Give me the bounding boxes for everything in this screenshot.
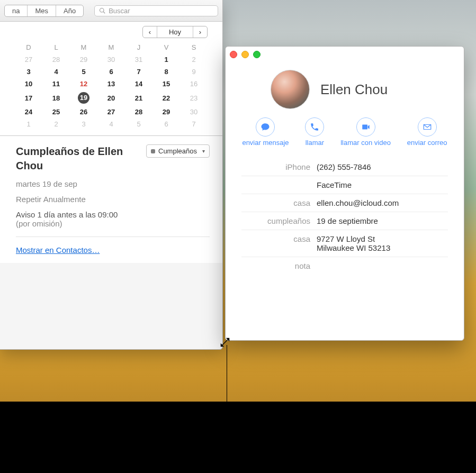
day-header: S <box>180 41 208 53</box>
calendar-selector[interactable]: Cumpleaños ▾ <box>146 144 210 158</box>
message-icon <box>261 122 270 132</box>
calendar-day[interactable]: 3 <box>70 118 97 130</box>
calendar-day[interactable]: 23 <box>180 90 208 106</box>
contact-details: iPhone (262) 555-7846 FaceTime casa elle… <box>226 153 464 275</box>
calendar-day[interactable]: 4 <box>42 66 70 78</box>
calendar-day[interactable]: 1 <box>152 53 180 66</box>
calendar-day[interactable]: 28 <box>125 106 152 118</box>
calendar-day[interactable]: 17 <box>15 90 42 106</box>
calendar-toolbar: na Mes Año Buscar <box>0 0 222 22</box>
calendar-day[interactable]: 9 <box>180 66 208 78</box>
contact-header: Ellen Chou <box>226 60 464 114</box>
event-repeat[interactable]: Repetir Anualmente <box>16 195 210 204</box>
divider <box>16 236 210 237</box>
caption-bar <box>0 402 476 473</box>
calendar-day[interactable]: 31 <box>125 53 152 66</box>
calendar-day[interactable]: 30 <box>180 106 208 118</box>
calendar-day[interactable]: 7 <box>180 118 208 130</box>
calendar-day[interactable]: 5 <box>125 118 152 130</box>
calendar-day[interactable]: 26 <box>70 106 97 118</box>
prev-month-button[interactable]: ‹ <box>143 26 157 38</box>
today-button[interactable]: Hoy <box>157 26 193 38</box>
calendar-day[interactable]: 14 <box>125 78 152 90</box>
event-inspector: Cumpleaños de Ellen Chou Cumpleaños ▾ ma… <box>0 136 222 263</box>
calendar-day[interactable]: 28 <box>42 53 70 66</box>
calendar-day[interactable]: 19 <box>70 90 97 106</box>
close-button[interactable] <box>230 51 237 58</box>
calendar-day[interactable]: 25 <box>42 106 70 118</box>
window-titlebar[interactable] <box>226 47 464 60</box>
calendar-day[interactable]: 1 <box>15 118 42 130</box>
calendar-day[interactable]: 12 <box>70 78 97 90</box>
calendar-day[interactable]: 24 <box>15 106 42 118</box>
search-icon <box>99 7 105 14</box>
calendar-day[interactable]: 21 <box>125 90 152 106</box>
desktop-background: na Mes Año Buscar ‹ Hoy › DLMMJVS 272829… <box>0 0 476 473</box>
send-message-button[interactable]: enviar mensaje <box>242 117 289 147</box>
calendar-color-swatch <box>151 149 155 153</box>
calendar-day[interactable]: 5 <box>70 66 97 78</box>
calendar-day[interactable]: 8 <box>152 66 180 78</box>
calendar-day[interactable]: 7 <box>125 66 152 78</box>
calendar-day[interactable]: 16 <box>180 78 208 90</box>
day-header: D <box>15 41 42 53</box>
calendar-day[interactable]: 22 <box>152 90 180 106</box>
send-mail-button[interactable]: enviar correo <box>407 117 447 147</box>
calendar-day[interactable]: 27 <box>97 106 125 118</box>
calendar-day[interactable]: 2 <box>42 118 70 130</box>
calendar-day[interactable]: 2 <box>180 53 208 66</box>
today-nav-segmented[interactable]: ‹ Hoy › <box>142 26 208 38</box>
calendar-window: na Mes Año Buscar ‹ Hoy › DLMMJVS 272829… <box>0 0 223 350</box>
minimize-button[interactable] <box>241 51 249 58</box>
calendar-day[interactable]: 6 <box>97 66 125 78</box>
calendar-day[interactable]: 15 <box>152 78 180 90</box>
facetime-row[interactable]: FaceTime <box>241 176 448 194</box>
day-header: J <box>125 41 152 53</box>
day-header: M <box>97 41 125 53</box>
calendar-day[interactable]: 3 <box>15 66 42 78</box>
video-call-button[interactable]: llamar con video <box>340 117 391 147</box>
event-alert[interactable]: Aviso 1 día antes a las 09:00 <box>16 210 210 219</box>
calendar-day[interactable]: 29 <box>152 106 180 118</box>
calendar-day[interactable]: 18 <box>42 90 70 106</box>
video-icon <box>361 122 371 132</box>
call-button[interactable]: llamar <box>305 117 324 147</box>
email-row[interactable]: casa ellen.chou@icloud.com <box>241 194 448 212</box>
view-tab[interactable]: na <box>5 5 28 16</box>
resize-cursor-icon <box>219 336 231 348</box>
contact-name[interactable]: Ellen Chou <box>320 81 388 98</box>
callout-line <box>227 345 227 408</box>
calendar-day[interactable]: 11 <box>42 78 70 90</box>
event-title[interactable]: Cumpleaños de Ellen Chou <box>16 144 146 173</box>
svg-point-0 <box>100 8 104 13</box>
next-month-button[interactable]: › <box>193 26 207 38</box>
calendar-day[interactable]: 6 <box>152 118 180 130</box>
month-mini-calendar: ‹ Hoy › DLMMJVS 272829303112345678910111… <box>0 22 222 136</box>
contact-actions: enviar mensaje llamar llamar con video e… <box>226 114 464 153</box>
calendar-selector-label: Cumpleaños <box>158 147 197 155</box>
search-input[interactable]: Buscar <box>94 5 218 16</box>
calendar-day[interactable]: 29 <box>70 53 97 66</box>
zoom-button[interactable] <box>253 51 261 58</box>
calendar-day[interactable]: 30 <box>97 53 125 66</box>
calendar-day[interactable]: 13 <box>97 78 125 90</box>
svg-line-1 <box>103 12 105 13</box>
phone-row[interactable]: iPhone (262) 555-7846 <box>241 158 448 176</box>
calendar-day[interactable]: 4 <box>97 118 125 130</box>
calendar-day[interactable]: 27 <box>15 53 42 66</box>
view-tab-year[interactable]: Año <box>56 5 83 16</box>
calendar-day[interactable]: 20 <box>97 90 125 106</box>
event-date[interactable]: martes 19 de sep <box>16 179 210 188</box>
birthday-row[interactable]: cumpleaños 19 de septiembre <box>241 212 448 230</box>
month-grid[interactable]: DLMMJVS 27282930311234567891011121314151… <box>15 41 208 130</box>
day-header: L <box>42 41 70 53</box>
address-row[interactable]: casa 9727 W Lloyd St Milwaukee WI 53213 <box>241 230 448 257</box>
avatar[interactable] <box>271 70 310 109</box>
phone-icon <box>310 122 319 132</box>
note-row[interactable]: nota <box>241 257 448 275</box>
view-segmented-control[interactable]: na Mes Año <box>4 5 84 17</box>
chevron-down-icon: ▾ <box>202 148 205 154</box>
show-in-contacts-link[interactable]: Mostrar en Contactos… <box>16 245 210 254</box>
view-tab-month[interactable]: Mes <box>28 5 56 16</box>
calendar-day[interactable]: 10 <box>15 78 42 90</box>
